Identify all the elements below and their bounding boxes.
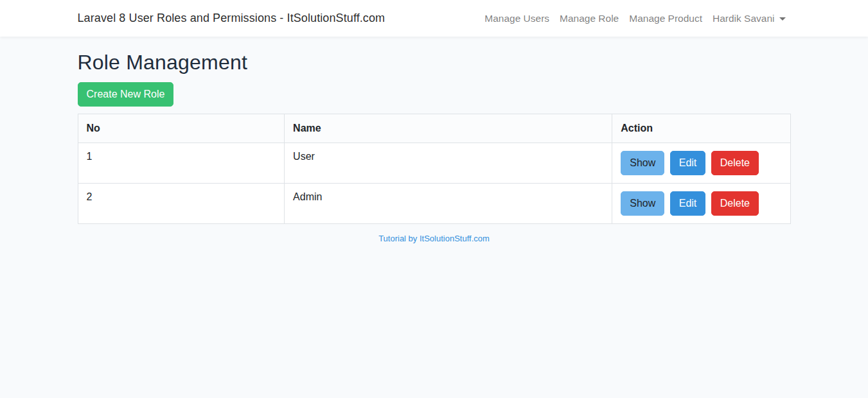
nav-link-manage-product[interactable]: Manage Product <box>624 8 707 29</box>
page-footer: Tutorial by ItSolutionStuff.com <box>78 232 791 244</box>
tutorial-link[interactable]: Tutorial by ItSolutionStuff.com <box>378 234 490 243</box>
cell-no: 2 <box>78 184 285 224</box>
column-header-action: Action <box>612 114 790 143</box>
roles-table: No Name Action 1 User Show Edit Delete 2… <box>78 114 791 224</box>
delete-button[interactable]: Delete <box>711 191 759 216</box>
navbar-menu: Manage Users Manage Role Manage Product … <box>479 8 790 30</box>
cell-no: 1 <box>78 143 285 184</box>
show-button[interactable]: Show <box>621 191 664 216</box>
nav-link-manage-role[interactable]: Manage Role <box>554 8 624 29</box>
cell-actions: Show Edit Delete <box>612 143 790 184</box>
column-header-no: No <box>78 114 285 143</box>
edit-button[interactable]: Edit <box>670 191 706 216</box>
edit-button[interactable]: Edit <box>670 151 706 175</box>
top-navbar: Laravel 8 User Roles and Permissions - I… <box>0 0 868 37</box>
delete-button[interactable]: Delete <box>711 151 759 175</box>
cell-name: Admin <box>285 184 612 224</box>
chevron-down-icon <box>779 17 786 21</box>
user-dropdown-toggle[interactable]: Hardik Savani <box>707 8 791 30</box>
page-title: Role Management <box>78 51 791 74</box>
column-header-name: Name <box>285 114 612 143</box>
table-header-row: No Name Action <box>78 114 790 143</box>
cell-name: User <box>285 143 612 184</box>
show-button[interactable]: Show <box>621 151 664 175</box>
user-dropdown-label: Hardik Savani <box>713 13 775 24</box>
create-new-role-button[interactable]: Create New Role <box>78 82 174 107</box>
cell-actions: Show Edit Delete <box>612 184 790 224</box>
nav-link-manage-users[interactable]: Manage Users <box>479 8 554 29</box>
main-content: Role Management Create New Role No Name … <box>78 37 791 244</box>
table-row: 2 Admin Show Edit Delete <box>78 184 790 224</box>
navbar-brand[interactable]: Laravel 8 User Roles and Permissions - I… <box>78 12 385 25</box>
table-row: 1 User Show Edit Delete <box>78 143 790 184</box>
